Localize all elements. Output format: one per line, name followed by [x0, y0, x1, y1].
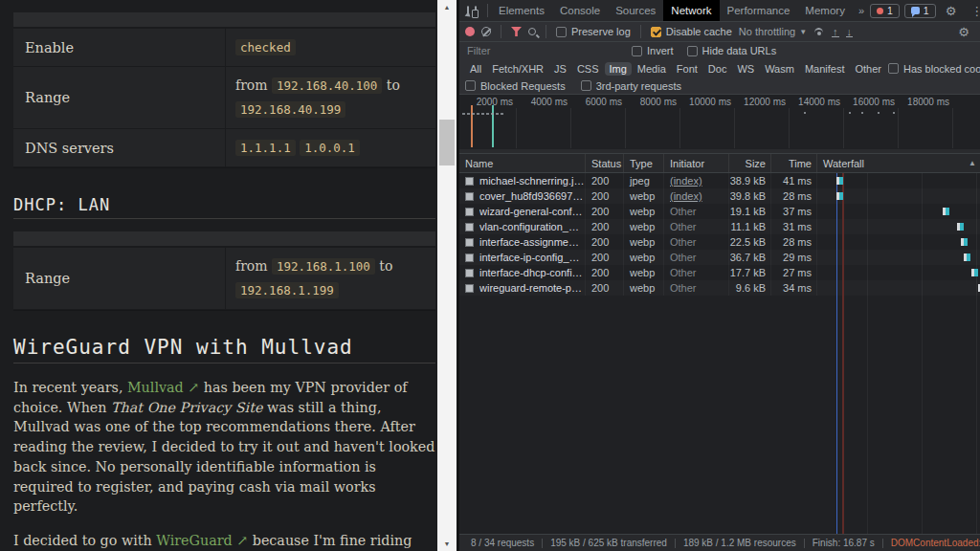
waterfall-bar[interactable] [836, 177, 843, 185]
issues-count-badge[interactable]: 1 [904, 4, 936, 18]
ruler-gridline [952, 108, 953, 148]
ruler-tick-label: 6000 ms [569, 97, 622, 107]
has-blocked-cookies-checkbox[interactable]: Has blocked cookies [888, 63, 980, 75]
request-size: 9.6 kB [729, 280, 771, 296]
request-size: 36.7 kB [729, 250, 771, 265]
scroll-down-icon[interactable]: ▼ [437, 537, 457, 551]
inspect-element-icon[interactable] [467, 6, 469, 16]
column-header-time[interactable]: Time [771, 154, 817, 172]
network-request-row[interactable]: vlan-configuration_hub6c...200webpOther1… [459, 219, 980, 234]
network-request-row[interactable]: interface-dhcp-config_hu...200webpOther1… [459, 265, 980, 280]
filter-type-doc[interactable]: Doc [703, 62, 732, 76]
request-name: michael-schnerring.jpg [479, 175, 585, 187]
file-thumbnail-icon [465, 208, 474, 216]
config-label: Range [13, 67, 226, 128]
filter-type-css[interactable]: CSS [572, 62, 604, 76]
waterfall-bar[interactable] [961, 238, 968, 246]
filter-type-manifest[interactable]: Manifest [800, 62, 850, 76]
scrollbar-thumb[interactable] [439, 120, 455, 165]
tab-console[interactable]: Console [552, 0, 608, 21]
invert-checkbox[interactable]: Invert [632, 45, 674, 56]
column-header-name[interactable]: Name [459, 154, 586, 172]
third-party-label: 3rd-party requests [596, 80, 681, 92]
request-initiator[interactable]: (index) [670, 190, 702, 202]
waterfall-bar[interactable] [971, 269, 978, 276]
tab-memory[interactable]: Memory [797, 0, 853, 21]
waterfall-bar[interactable] [943, 208, 949, 215]
network-settings-gear-icon[interactable]: ⚙ [953, 25, 974, 39]
more-tabs-icon[interactable]: » [853, 5, 870, 16]
filter-type-media[interactable]: Media [633, 62, 671, 76]
inline-link[interactable]: Mullvad ↗ [127, 380, 199, 395]
request-type: webp [624, 234, 664, 250]
config-value: from 192.168.1.100 to 192.168.1.199 [226, 248, 435, 309]
overview-request-cluster [462, 113, 505, 115]
import-har-icon[interactable]: ↑ [832, 27, 839, 37]
throttling-dropdown[interactable]: No throttling ▼ [739, 26, 807, 37]
tab-network[interactable]: Network [663, 0, 719, 21]
device-toolbar-icon[interactable] [475, 6, 477, 16]
filter-type-img[interactable]: Img [605, 62, 632, 76]
network-conditions-icon[interactable] [813, 27, 825, 36]
disable-cache-checkbox[interactable]: Disable cache [651, 26, 732, 37]
filter-type-js[interactable]: JS [549, 62, 571, 76]
request-initiator[interactable]: (index) [670, 175, 702, 187]
timeline-gridline [922, 173, 923, 534]
tab-sources[interactable]: Sources [608, 0, 663, 21]
dom-content-loaded-guide [836, 173, 837, 534]
filter-type-font[interactable]: Font [672, 62, 702, 76]
tab-performance[interactable]: Performance [720, 0, 798, 21]
record-button[interactable] [465, 27, 475, 36]
waterfall-bar[interactable] [957, 223, 964, 231]
third-party-checkbox[interactable]: 3rd-party requests [581, 80, 681, 92]
request-size: 11.1 kB [729, 219, 771, 234]
network-request-row[interactable]: wizard-general-config_hu...200webpOther1… [459, 204, 980, 219]
preserve-log-checkbox[interactable]: Preserve log [556, 26, 631, 37]
network-request-row[interactable]: michael-schnerring.jpg200jpeg(index)38.9… [459, 173, 980, 188]
filter-type-ws[interactable]: WS [732, 62, 759, 76]
column-header-type[interactable]: Type [624, 154, 664, 172]
filter-input[interactable] [465, 44, 618, 57]
network-request-row[interactable]: cover_hu8fd936697ab2ce...200webp(index)3… [459, 188, 980, 204]
paragraph-mullvad: In recent years, Mullvad ↗ has been my V… [13, 378, 435, 517]
request-time: 37 ms [771, 204, 817, 219]
filter-type-fetch-xhr[interactable]: Fetch/XHR [487, 62, 548, 76]
column-header-initiator[interactable]: Initiator [664, 154, 729, 172]
ruler-gridline [898, 108, 899, 148]
filter-funnel-icon[interactable] [511, 27, 522, 36]
filter-type-other[interactable]: Other [850, 62, 886, 76]
export-har-icon[interactable]: ↓ [846, 27, 854, 37]
blocked-requests-checkbox[interactable]: Blocked Requests [465, 80, 566, 92]
network-table-body: michael-schnerring.jpg200jpeg(index)38.9… [459, 173, 980, 534]
divider [546, 25, 546, 38]
network-table-header: Name Status Type Initiator Size Time Wat… [459, 154, 980, 173]
heading-divider [13, 363, 435, 364]
scroll-up-icon[interactable]: ▲ [437, 0, 457, 14]
file-thumbnail-icon [465, 238, 474, 247]
waterfall-bar[interactable] [964, 253, 970, 261]
network-overview-timeline[interactable]: 2000 ms4000 ms6000 ms8000 ms10000 ms1200… [459, 95, 980, 154]
ruler-tick-label: 12000 ms [733, 97, 786, 107]
has-blocked-cookies-label: Has blocked cookies [903, 63, 980, 75]
column-header-status[interactable]: Status [586, 154, 624, 172]
status-bar-item: 189 kB / 1.2 MB resources [676, 538, 804, 548]
clear-requests-icon[interactable] [481, 27, 491, 36]
column-header-waterfall[interactable]: Waterfall ▲ [817, 154, 980, 172]
filter-type-all[interactable]: All [465, 62, 486, 76]
hide-data-urls-checkbox[interactable]: Hide data URLs [687, 45, 777, 56]
tab-elements[interactable]: Elements [491, 0, 552, 21]
column-header-size[interactable]: Size [729, 154, 771, 172]
error-count-badge[interactable]: 1 [870, 4, 900, 18]
waterfall-bar[interactable] [836, 192, 843, 200]
network-request-row[interactable]: interface-assignments_hu...200webpOther2… [459, 234, 980, 250]
network-request-row[interactable]: interface-ip-config_hu15...200webpOther3… [459, 250, 980, 265]
settings-gear-icon[interactable]: ⚙ [941, 4, 962, 18]
heading-dhcp-lan: DHCP: LAN [13, 195, 435, 214]
filter-type-wasm[interactable]: Wasm [760, 62, 799, 76]
page-scrollbar[interactable]: ▲ ▼ [437, 0, 457, 551]
inline-link[interactable]: WireGuard ↗ [156, 533, 248, 548]
network-request-row[interactable]: wireguard-remote-peers_...200webpOther9.… [459, 280, 980, 296]
kebab-menu-icon[interactable]: ⋮ [966, 4, 980, 18]
search-icon[interactable] [528, 28, 536, 35]
sort-asc-icon[interactable]: ▲ [969, 159, 976, 167]
